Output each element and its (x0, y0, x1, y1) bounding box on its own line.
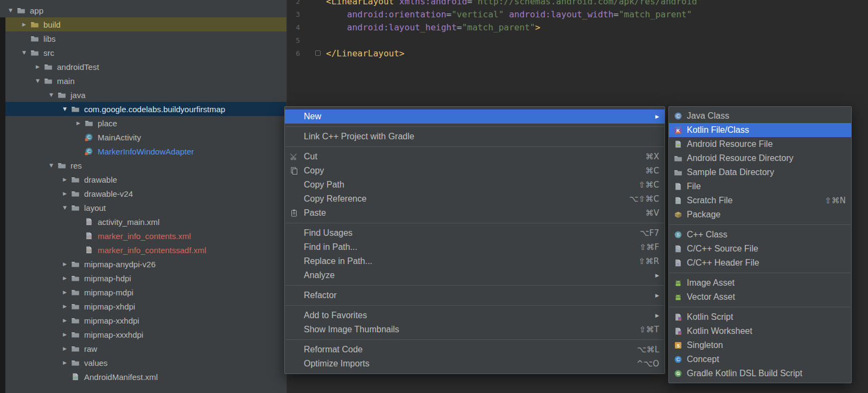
submenu-item-gradle-kotlin-dsl-build-script[interactable]: GGradle Kotlin DSL Build Script (669, 366, 851, 381)
tree-expand-arrow-icon[interactable]: ▶ (59, 318, 71, 323)
tree-item-mipmap-hdpi[interactable]: ▶mipmap-hdpi (0, 271, 286, 285)
submenu-item-vector-asset[interactable]: Vector Asset (669, 290, 851, 304)
context-menu-item-new[interactable]: New▶ (285, 109, 665, 124)
fold-marker-icon[interactable] (300, 47, 326, 60)
tree-item-androidtest[interactable]: ▶androidTest (0, 60, 286, 74)
tree-item-main[interactable]: ▼main (0, 74, 286, 88)
tree-expand-arrow-icon[interactable]: ▶ (59, 261, 71, 267)
submenu-item-concept[interactable]: CConcept (669, 352, 851, 366)
editor-line[interactable]: 4 android:layout_height="match_parent"> (287, 21, 868, 34)
editor-line[interactable]: 6</LinearLayout> (287, 47, 868, 60)
context-menu-item-replace-in-path[interactable]: Replace in Path...⇧⌘R (285, 254, 665, 268)
tree-item-label: AndroidManifest.xml (84, 372, 158, 382)
tree-item-java[interactable]: ▼java (0, 88, 286, 102)
tree-expand-arrow-icon[interactable]: ▶ (59, 191, 71, 196)
tree-item-activity-main-xml[interactable]: </>activity_main.xml (0, 215, 286, 229)
tree-item-marker-info-contentssadf-xml[interactable]: </>marker_info_contentssadf.xml (0, 243, 286, 257)
tree-item-src[interactable]: ▼src (0, 46, 286, 60)
submenu-item-c-c-source-file[interactable]: C++C/C++ Source File (669, 242, 851, 256)
tree-expand-arrow-icon[interactable]: ▶ (59, 304, 71, 309)
folder-icon (30, 34, 42, 43)
tree-item-label: place (98, 119, 117, 128)
context-menu-item-find-in-path[interactable]: Find in Path...⇧⌘F (285, 240, 665, 254)
tree-expand-arrow-icon[interactable]: ▶ (31, 64, 44, 69)
submenu-item-kotlin-script[interactable]: Kotlin Script (669, 310, 851, 324)
submenu-item-image-asset[interactable]: Image Asset (669, 276, 851, 290)
tree-item-drawable-v24[interactable]: ▶drawable-v24 (0, 186, 286, 201)
tree-expand-arrow-icon[interactable]: ▶ (59, 177, 71, 182)
context-menu-item-paste[interactable]: Paste⌘V (285, 206, 665, 220)
context-menu-item-link-c-project-with-gradle[interactable]: Link C++ Project with Gradle (285, 130, 665, 144)
tree-collapse-arrow-icon[interactable]: ▼ (45, 92, 58, 98)
submenu-item-kotlin-file-class[interactable]: KKotlin File/Class (669, 123, 851, 137)
submenu-item-c-class[interactable]: SC++ Class (669, 228, 851, 242)
menu-separator (285, 305, 664, 306)
menu-item-label: Image Asset (687, 278, 735, 288)
tree-item-androidmanifest-xml[interactable]: MFAndroidManifest.xml (0, 370, 286, 384)
context-menu-item-show-image-thumbnails[interactable]: Show Image Thumbnails⇧⌘T (285, 323, 665, 337)
tree-item-mipmap-xxhdpi[interactable]: ▶mipmap-xxhdpi (0, 313, 286, 327)
submenu-item-sample-data-directory[interactable]: Sample Data Directory (669, 165, 851, 179)
tree-item-build[interactable]: ▶build (0, 17, 286, 31)
scratch-file-icon (674, 196, 687, 205)
tree-item-layout[interactable]: ▼layout (0, 201, 286, 215)
tree-item-marker-info-contents-xml[interactable]: </>marker_info_contents.xml (0, 229, 286, 243)
line-number: 3 (287, 10, 300, 18)
menu-item-label: Singleton (687, 340, 723, 350)
tree-collapse-arrow-icon[interactable]: ▼ (45, 163, 58, 168)
tree-expand-arrow-icon[interactable]: ▶ (72, 120, 85, 126)
tree-item-mipmap-xxxhdpi[interactable]: ▶mipmap-xxxhdpi (0, 327, 286, 342)
tree-item-mipmap-mdpi[interactable]: ▶mipmap-mdpi (0, 285, 286, 299)
submenu-item-singleton[interactable]: SSingleton (669, 338, 851, 352)
menu-item-label: Kotlin File/Class (687, 125, 749, 135)
tree-expand-arrow-icon[interactable]: ▶ (59, 275, 71, 281)
context-menu-item-optimize-imports[interactable]: Optimize Imports^⌥O (285, 357, 665, 371)
tree-item-mainactivity[interactable]: CMainActivity (0, 130, 286, 144)
tree-item-markerinfowindowadapter[interactable]: CMarkerInfoWindowAdapter (0, 144, 286, 158)
editor-line[interactable]: 2<LinearLayout xmlns:android="http://sch… (287, 0, 868, 8)
context-menu-item-copy-reference[interactable]: Copy Reference⌥⇧⌘C (285, 192, 665, 206)
menu-item-label: Concept (687, 355, 719, 364)
tree-collapse-arrow-icon[interactable]: ▼ (4, 8, 17, 13)
editor-line[interactable]: 5 (287, 34, 868, 47)
editor-line[interactable]: 3 android:orientation="vertical" android… (287, 8, 868, 21)
tree-collapse-arrow-icon[interactable]: ▼ (18, 50, 30, 55)
context-menu-item-refactor[interactable]: Refactor▶ (285, 288, 665, 302)
tree-item-com-google-codelabs-buildyourfirstmap[interactable]: ▼com.google.codelabs.buildyourfirstmap (0, 102, 286, 116)
context-menu-item-reformat-code[interactable]: Reformat Code⌥⌘L (285, 343, 665, 357)
tree-item-label: marker_info_contents.xml (98, 231, 191, 241)
menu-item-label: Sample Data Directory (687, 167, 774, 177)
context-menu-item-copy[interactable]: Copy⌘C (285, 164, 665, 178)
submenu-item-java-class[interactable]: CJava Class (669, 109, 851, 123)
tree-item-raw[interactable]: ▶raw (0, 342, 286, 356)
tree-collapse-arrow-icon[interactable]: ▼ (59, 106, 71, 112)
context-menu-item-cut[interactable]: Cut⌘X (285, 150, 665, 164)
submenu-item-android-resource-directory[interactable]: Android Resource Directory (669, 151, 851, 165)
tree-item-mipmap-anydpi-v26[interactable]: ▶mipmap-anydpi-v26 (0, 257, 286, 271)
tree-expand-arrow-icon[interactable]: ▶ (59, 360, 71, 365)
tree-item-drawable[interactable]: ▶drawable (0, 172, 286, 186)
context-menu-item-add-to-favorites[interactable]: Add to Favorites▶ (285, 308, 665, 323)
submenu-item-c-c-header-file[interactable]: hC/C++ Header File (669, 256, 851, 270)
tree-collapse-arrow-icon[interactable]: ▼ (31, 78, 44, 83)
tree-item-mipmap-xhdpi[interactable]: ▶mipmap-xhdpi (0, 299, 286, 313)
tree-item-libs[interactable]: libs (0, 31, 286, 46)
tree-item-values[interactable]: ▶values (0, 356, 286, 370)
tree-expand-arrow-icon[interactable]: ▶ (18, 22, 30, 27)
context-menu-item-copy-path[interactable]: Copy Path⇧⌘C (285, 178, 665, 192)
tree-item-label: layout (84, 203, 106, 212)
tree-collapse-arrow-icon[interactable]: ▼ (59, 205, 71, 210)
tree-item-app[interactable]: ▼app (0, 3, 286, 17)
context-menu-item-analyze[interactable]: Analyze▶ (285, 268, 665, 282)
tree-expand-arrow-icon[interactable]: ▶ (59, 346, 71, 351)
tree-expand-arrow-icon[interactable]: ▶ (59, 332, 71, 337)
submenu-item-scratch-file[interactable]: Scratch File⇧⌘N (669, 194, 851, 208)
tree-expand-arrow-icon[interactable]: ▶ (59, 289, 71, 295)
submenu-item-file[interactable]: File (669, 179, 851, 194)
submenu-item-android-resource-file[interactable]: Android Resource File (669, 137, 851, 151)
tree-item-res[interactable]: ▼res (0, 158, 286, 172)
submenu-item-kotlin-worksheet[interactable]: Kotlin Worksheet (669, 324, 851, 338)
submenu-item-package[interactable]: Package (669, 208, 851, 222)
context-menu-item-find-usages[interactable]: Find Usages⌥F7 (285, 226, 665, 240)
tree-item-place[interactable]: ▶place (0, 116, 286, 130)
